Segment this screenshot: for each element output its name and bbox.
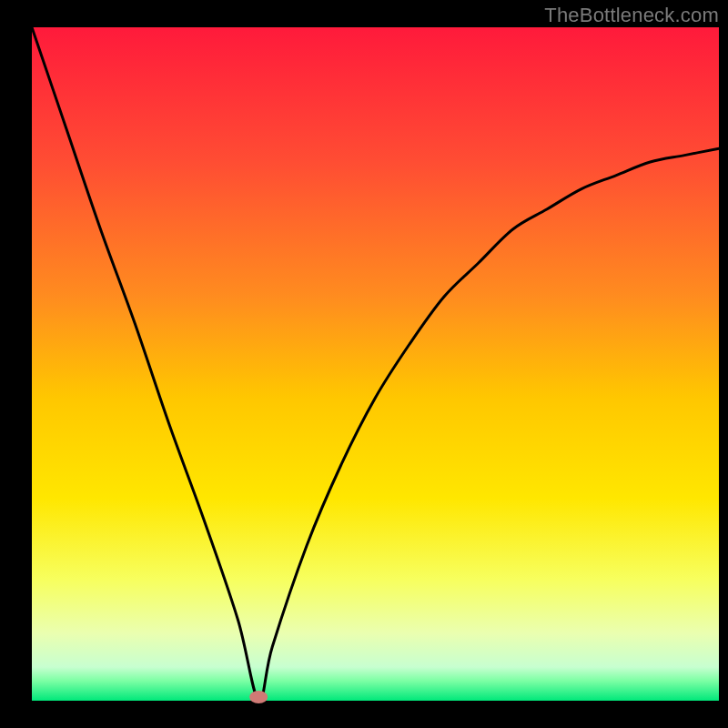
optimal-point-marker [249,691,268,703]
plot-background [32,27,719,701]
bottleneck-chart [0,0,728,728]
chart-frame: TheBottleneck.com [0,0,728,728]
